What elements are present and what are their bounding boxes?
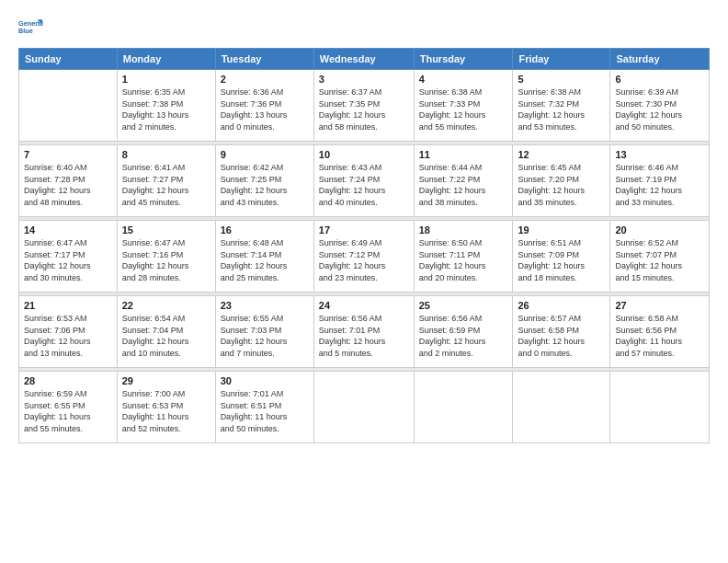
week-row-2: 7Sunrise: 6:40 AM Sunset: 7:28 PM Daylig… [19, 145, 710, 217]
day-number: 19 [518, 224, 605, 236]
calendar-cell: 15Sunrise: 6:47 AM Sunset: 7:16 PM Dayli… [117, 221, 215, 293]
calendar-cell: 26Sunrise: 6:57 AM Sunset: 6:58 PM Dayli… [513, 296, 610, 368]
day-info: Sunrise: 6:36 AM Sunset: 7:36 PM Dayligh… [221, 86, 309, 132]
calendar-cell: 7Sunrise: 6:40 AM Sunset: 7:28 PM Daylig… [19, 145, 118, 217]
calendar-cell: 11Sunrise: 6:44 AM Sunset: 7:22 PM Dayli… [414, 145, 513, 217]
calendar-cell: 24Sunrise: 6:56 AM Sunset: 7:01 PM Dayli… [313, 296, 414, 368]
day-number: 14 [24, 224, 112, 236]
day-info: Sunrise: 6:37 AM Sunset: 7:35 PM Dayligh… [319, 86, 409, 132]
calendar-cell: 12Sunrise: 6:45 AM Sunset: 7:20 PM Dayli… [513, 145, 610, 217]
day-info: Sunrise: 6:58 AM Sunset: 6:56 PM Dayligh… [615, 313, 704, 359]
logo: GeneralBlue [18, 15, 44, 40]
calendar-cell [414, 372, 513, 443]
day-number: 15 [122, 224, 210, 236]
day-number: 21 [24, 300, 112, 311]
calendar-cell: 10Sunrise: 6:43 AM Sunset: 7:24 PM Dayli… [313, 145, 414, 217]
day-number: 20 [615, 224, 704, 236]
day-info: Sunrise: 6:47 AM Sunset: 7:16 PM Dayligh… [122, 237, 210, 283]
calendar-cell [610, 372, 710, 443]
day-number: 2 [221, 74, 309, 85]
calendar-cell [313, 372, 414, 443]
day-number: 23 [221, 300, 309, 311]
weekday-header-wednesday: Wednesday [313, 49, 414, 70]
calendar-cell: 18Sunrise: 6:50 AM Sunset: 7:11 PM Dayli… [414, 221, 513, 293]
calendar-cell: 8Sunrise: 6:41 AM Sunset: 7:27 PM Daylig… [117, 145, 215, 217]
day-info: Sunrise: 6:56 AM Sunset: 6:59 PM Dayligh… [419, 313, 508, 359]
day-info: Sunrise: 6:57 AM Sunset: 6:58 PM Dayligh… [518, 313, 605, 359]
day-number: 18 [419, 224, 508, 236]
day-number: 5 [518, 74, 605, 85]
day-info: Sunrise: 6:41 AM Sunset: 7:27 PM Dayligh… [122, 162, 210, 208]
day-info: Sunrise: 6:55 AM Sunset: 7:03 PM Dayligh… [221, 313, 309, 359]
weekday-header-sunday: Sunday [19, 49, 118, 70]
calendar-cell: 22Sunrise: 6:54 AM Sunset: 7:04 PM Dayli… [117, 296, 215, 368]
week-row-1: 1Sunrise: 6:35 AM Sunset: 7:38 PM Daylig… [19, 70, 710, 142]
day-number: 9 [221, 149, 309, 160]
day-info: Sunrise: 6:50 AM Sunset: 7:11 PM Dayligh… [419, 237, 508, 283]
week-row-5: 28Sunrise: 6:59 AM Sunset: 6:55 PM Dayli… [19, 372, 710, 443]
weekday-header-row: SundayMondayTuesdayWednesdayThursdayFrid… [19, 49, 710, 70]
day-info: Sunrise: 7:01 AM Sunset: 6:51 PM Dayligh… [221, 388, 309, 434]
calendar-cell: 14Sunrise: 6:47 AM Sunset: 7:17 PM Dayli… [19, 221, 118, 293]
day-number: 25 [419, 300, 508, 311]
day-info: Sunrise: 6:45 AM Sunset: 7:20 PM Dayligh… [518, 162, 605, 208]
day-number: 22 [122, 300, 210, 311]
day-number: 3 [319, 74, 409, 85]
day-number: 16 [221, 224, 309, 236]
calendar-cell: 6Sunrise: 6:39 AM Sunset: 7:30 PM Daylig… [610, 70, 710, 142]
day-info: Sunrise: 6:40 AM Sunset: 7:28 PM Dayligh… [24, 162, 112, 208]
day-info: Sunrise: 7:00 AM Sunset: 6:53 PM Dayligh… [122, 388, 210, 434]
day-number: 28 [24, 375, 112, 386]
weekday-header-saturday: Saturday [610, 49, 710, 70]
day-info: Sunrise: 6:49 AM Sunset: 7:12 PM Dayligh… [319, 237, 409, 283]
calendar-cell: 19Sunrise: 6:51 AM Sunset: 7:09 PM Dayli… [513, 221, 610, 293]
day-info: Sunrise: 6:51 AM Sunset: 7:09 PM Dayligh… [518, 237, 605, 283]
day-info: Sunrise: 6:52 AM Sunset: 7:07 PM Dayligh… [615, 237, 704, 283]
day-number: 13 [615, 149, 704, 160]
calendar-cell: 1Sunrise: 6:35 AM Sunset: 7:38 PM Daylig… [117, 70, 215, 142]
calendar-cell: 21Sunrise: 6:53 AM Sunset: 7:06 PM Dayli… [19, 296, 118, 368]
calendar-table: SundayMondayTuesdayWednesdayThursdayFrid… [18, 48, 710, 443]
day-number: 26 [518, 300, 605, 311]
calendar-page: GeneralBlue SundayMondayTuesdayWednesday… [0, 0, 728, 563]
day-number: 11 [419, 149, 508, 160]
day-info: Sunrise: 6:39 AM Sunset: 7:30 PM Dayligh… [615, 86, 704, 132]
day-info: Sunrise: 6:44 AM Sunset: 7:22 PM Dayligh… [419, 162, 508, 208]
calendar-cell: 17Sunrise: 6:49 AM Sunset: 7:12 PM Dayli… [313, 221, 414, 293]
logo-icon: GeneralBlue [18, 15, 44, 40]
day-number: 6 [615, 74, 704, 85]
calendar-cell: 13Sunrise: 6:46 AM Sunset: 7:19 PM Dayli… [610, 145, 710, 217]
day-number: 1 [122, 74, 210, 85]
day-info: Sunrise: 6:59 AM Sunset: 6:55 PM Dayligh… [24, 388, 112, 434]
day-number: 4 [419, 74, 508, 85]
calendar-cell: 27Sunrise: 6:58 AM Sunset: 6:56 PM Dayli… [610, 296, 710, 368]
day-info: Sunrise: 6:46 AM Sunset: 7:19 PM Dayligh… [615, 162, 704, 208]
calendar-cell: 5Sunrise: 6:38 AM Sunset: 7:32 PM Daylig… [513, 70, 610, 142]
calendar-cell: 16Sunrise: 6:48 AM Sunset: 7:14 PM Dayli… [215, 221, 313, 293]
calendar-cell: 29Sunrise: 7:00 AM Sunset: 6:53 PM Dayli… [117, 372, 215, 443]
calendar-cell: 9Sunrise: 6:42 AM Sunset: 7:25 PM Daylig… [215, 145, 313, 217]
day-number: 10 [319, 149, 409, 160]
day-info: Sunrise: 6:43 AM Sunset: 7:24 PM Dayligh… [319, 162, 409, 208]
day-info: Sunrise: 6:38 AM Sunset: 7:32 PM Dayligh… [518, 86, 605, 132]
week-row-4: 21Sunrise: 6:53 AM Sunset: 7:06 PM Dayli… [19, 296, 710, 368]
weekday-header-thursday: Thursday [414, 49, 513, 70]
day-number: 17 [319, 224, 409, 236]
calendar-cell: 20Sunrise: 6:52 AM Sunset: 7:07 PM Dayli… [610, 221, 710, 293]
day-info: Sunrise: 6:47 AM Sunset: 7:17 PM Dayligh… [24, 237, 112, 283]
day-info: Sunrise: 6:56 AM Sunset: 7:01 PM Dayligh… [319, 313, 409, 359]
day-info: Sunrise: 6:42 AM Sunset: 7:25 PM Dayligh… [221, 162, 309, 208]
day-number: 8 [122, 149, 210, 160]
day-number: 27 [615, 300, 704, 311]
day-number: 30 [221, 375, 309, 386]
calendar-cell [513, 372, 610, 443]
day-info: Sunrise: 6:48 AM Sunset: 7:14 PM Dayligh… [221, 237, 309, 283]
weekday-header-monday: Monday [117, 49, 215, 70]
weekday-header-friday: Friday [513, 49, 610, 70]
weekday-header-tuesday: Tuesday [215, 49, 313, 70]
day-info: Sunrise: 6:35 AM Sunset: 7:38 PM Dayligh… [122, 86, 210, 132]
day-info: Sunrise: 6:53 AM Sunset: 7:06 PM Dayligh… [24, 313, 112, 359]
day-number: 12 [518, 149, 605, 160]
day-info: Sunrise: 6:38 AM Sunset: 7:33 PM Dayligh… [419, 86, 508, 132]
week-row-3: 14Sunrise: 6:47 AM Sunset: 7:17 PM Dayli… [19, 221, 710, 293]
